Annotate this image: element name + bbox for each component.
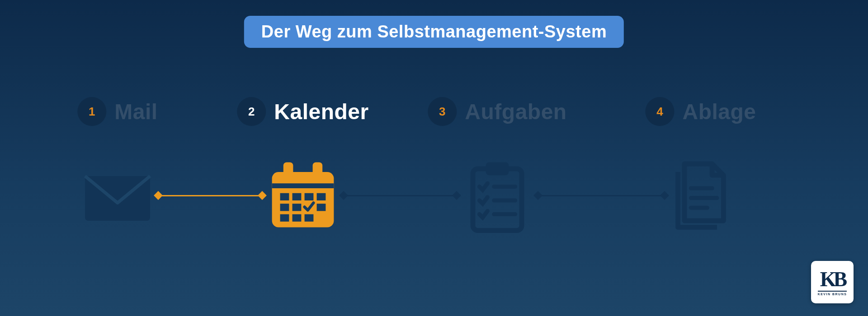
svg-rect-9	[280, 204, 289, 211]
svg-rect-2	[283, 162, 293, 178]
mail-icon	[77, 156, 158, 237]
svg-rect-7	[305, 193, 314, 200]
step-title-2: Kalender	[274, 99, 368, 124]
step-label-2: 2 Kalender	[237, 97, 368, 126]
svg-rect-16	[486, 162, 509, 175]
brand-logo: KB KEVIN BRUNS	[811, 261, 854, 303]
documents-icon	[660, 156, 741, 237]
svg-rect-4	[272, 183, 334, 188]
logo-monogram: KB	[820, 269, 844, 290]
svg-rect-12	[280, 214, 289, 222]
step-number-3: 3	[428, 97, 457, 126]
logo-caption: KEVIN BRUNS	[818, 291, 847, 296]
svg-rect-5	[280, 193, 289, 200]
step-title-3: Aufgaben	[465, 99, 566, 124]
svg-rect-3	[313, 162, 323, 178]
svg-rect-8	[317, 193, 326, 200]
svg-rect-14	[305, 214, 314, 222]
step-label-4: 4 Ablage	[645, 97, 756, 126]
title-pill: Der Weg zum Selbstmanagement-System	[244, 16, 624, 48]
step-number-1: 1	[77, 97, 106, 126]
step-title-1: Mail	[114, 99, 157, 124]
step-label-3: 3 Aufgaben	[428, 97, 566, 126]
diagram-stage: Der Weg zum Selbstmanagement-System 1 Ma…	[0, 0, 868, 316]
svg-rect-6	[292, 193, 302, 200]
svg-rect-13	[292, 214, 302, 222]
clipboard-icon	[457, 156, 538, 237]
svg-rect-10	[292, 204, 302, 211]
step-title-4: Ablage	[682, 99, 756, 124]
calendar-icon	[262, 156, 344, 237]
title-text: Der Weg zum Selbstmanagement-System	[261, 22, 607, 41]
step-number-2: 2	[237, 97, 266, 126]
step-number-4: 4	[645, 97, 674, 126]
svg-rect-11	[317, 204, 326, 211]
step-label-1: 1 Mail	[77, 97, 157, 126]
